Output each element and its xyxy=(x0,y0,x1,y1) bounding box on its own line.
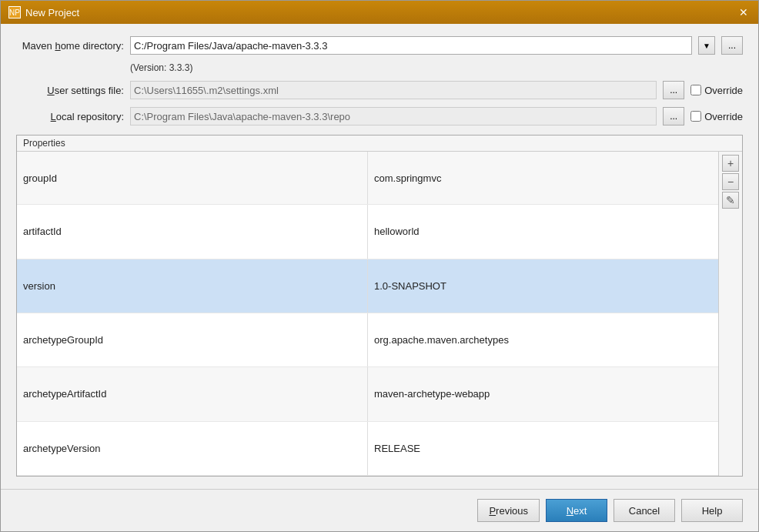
property-key: archetypeArtifactId xyxy=(17,367,368,421)
remove-property-button[interactable]: − xyxy=(722,173,739,190)
close-button[interactable]: ✕ xyxy=(737,5,751,19)
property-key: version xyxy=(17,259,368,313)
user-settings-override-checkbox[interactable] xyxy=(690,85,701,95)
previous-button[interactable]: Previous xyxy=(477,499,540,522)
user-settings-input[interactable] xyxy=(130,81,657,99)
add-property-button[interactable]: + xyxy=(722,155,739,172)
maven-home-row: Maven home directory: ▼ ... xyxy=(16,36,743,55)
user-settings-label: User settings file: xyxy=(16,85,124,96)
user-settings-override-group: Override xyxy=(690,85,743,96)
table-row[interactable]: artifactIdhelloworld xyxy=(17,205,718,259)
table-row[interactable]: version1.0-SNAPSHOT xyxy=(17,259,718,313)
local-repo-input[interactable] xyxy=(130,107,657,125)
property-key: groupId xyxy=(17,152,368,205)
edit-property-button[interactable]: ✎ xyxy=(722,192,739,209)
help-button[interactable]: Help xyxy=(681,499,743,522)
local-repo-override-label: Override xyxy=(704,111,743,122)
maven-home-label: Maven home directory: xyxy=(16,40,124,52)
properties-header: Properties xyxy=(17,136,742,152)
next-button[interactable]: Next xyxy=(546,499,607,522)
property-value: com.springmvc xyxy=(368,152,719,205)
local-repo-browse-button[interactable]: ... xyxy=(663,107,684,125)
cancel-button[interactable]: Cancel xyxy=(614,499,675,522)
property-value: RELEASE xyxy=(368,421,719,475)
user-settings-override-label: Override xyxy=(704,85,743,96)
table-row[interactable]: archetypeVersionRELEASE xyxy=(17,421,718,475)
dialog-icon: NP xyxy=(8,6,21,18)
properties-table-container: groupIdcom.springmvcartifactIdhelloworld… xyxy=(17,152,742,476)
table-row[interactable]: groupIdcom.springmvc xyxy=(17,152,718,205)
properties-section: Properties groupIdcom.springmvcartifactI… xyxy=(16,135,743,477)
table-row[interactable]: archetypeArtifactIdmaven-archetype-webap… xyxy=(17,367,718,421)
property-value: maven-archetype-webapp xyxy=(368,367,719,421)
previous-label-text: revious xyxy=(496,505,528,517)
maven-version-text: (Version: 3.3.3) xyxy=(130,62,743,73)
property-value: org.apache.maven.archetypes xyxy=(368,313,719,366)
property-key: archetypeVersion xyxy=(17,421,368,475)
property-key: archetypeGroupId xyxy=(17,313,368,366)
dialog-title: New Project xyxy=(25,7,79,18)
properties-side-buttons: + − ✎ xyxy=(718,152,742,476)
table-row[interactable]: archetypeGroupIdorg.apache.maven.archety… xyxy=(17,313,718,366)
dialog-footer: Previous Next Cancel Help xyxy=(1,489,758,531)
local-repo-override-checkbox[interactable] xyxy=(690,111,701,122)
user-settings-browse-button[interactable]: ... xyxy=(663,81,684,99)
maven-home-browse-button[interactable]: ... xyxy=(721,36,743,55)
dialog-content: Maven home directory: ▼ ... (Version: 3.… xyxy=(1,24,758,489)
new-project-dialog: NP New Project ✕ Maven home directory: ▼… xyxy=(0,0,759,532)
user-settings-row: User settings file: ... Override xyxy=(16,81,743,99)
property-key: artifactId xyxy=(17,205,368,259)
maven-home-dropdown-button[interactable]: ▼ xyxy=(698,36,715,55)
title-bar: NP New Project ✕ xyxy=(1,1,758,24)
local-repo-label: Local repository: xyxy=(16,111,124,122)
maven-home-input[interactable] xyxy=(130,36,692,55)
title-bar-left: NP New Project xyxy=(8,6,79,18)
local-repo-override-group: Override xyxy=(690,111,743,122)
property-value: 1.0-SNAPSHOT xyxy=(368,259,719,313)
next-label-text: ext xyxy=(573,505,587,517)
local-repo-row: Local repository: ... Override xyxy=(16,107,743,125)
properties-table: groupIdcom.springmvcartifactIdhelloworld… xyxy=(17,152,718,476)
property-value: helloworld xyxy=(368,205,719,259)
